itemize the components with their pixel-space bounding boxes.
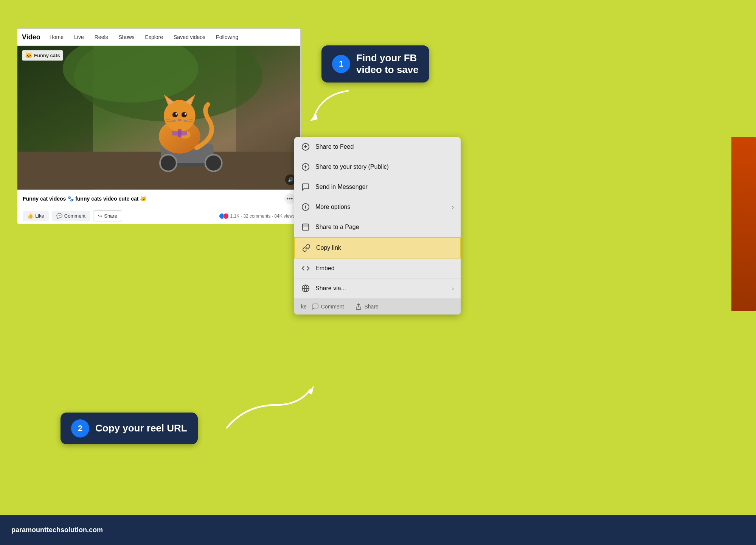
like-label: Like — [35, 213, 44, 219]
nav-shows[interactable]: Shows — [114, 32, 139, 42]
nav-title: Video — [22, 33, 40, 41]
engagement-text: 1.1K · 32 comments · 84K views — [230, 213, 295, 219]
svg-point-19 — [172, 112, 178, 117]
video-actions: 👍 Like 💬 Comment ↪ Share 1.1K · 32 comme… — [17, 208, 300, 224]
nav-saved-videos[interactable]: Saved videos — [169, 32, 210, 42]
facebook-nav: Video Home Live Reels Shows Explore Save… — [17, 29, 300, 46]
context-menu-footer: ke Comment Share — [294, 299, 461, 315]
like-icon: 👍 — [27, 213, 33, 219]
svg-rect-30 — [178, 129, 182, 137]
nav-home[interactable]: Home — [45, 32, 68, 42]
context-menu-side-accent — [731, 137, 756, 311]
step2-badge: 2 Copy your reel URL — [61, 413, 198, 444]
like-button[interactable]: 👍 Like — [23, 211, 49, 221]
more-options-chevron: › — [452, 204, 454, 210]
svg-rect-5 — [17, 152, 300, 190]
copy-link-label: Copy link — [316, 244, 341, 251]
messenger-label: Send in Messenger — [315, 184, 368, 190]
more-options-item[interactable]: More options › — [294, 197, 461, 217]
share-via-icon — [301, 284, 310, 293]
embed-item[interactable]: Embed — [294, 258, 461, 279]
messenger-icon — [301, 182, 310, 192]
svg-point-20 — [182, 112, 187, 117]
svg-rect-37 — [303, 224, 309, 230]
share-story-icon — [301, 162, 310, 171]
step1-number: 1 — [332, 55, 350, 73]
channel-name: Funny cats — [34, 53, 60, 58]
svg-point-8 — [160, 155, 177, 171]
video-thumbnail — [17, 46, 300, 190]
love-reaction-dot — [223, 213, 229, 219]
share-button[interactable]: ↪ Share — [93, 210, 122, 221]
comment-icon: 💬 — [56, 213, 62, 219]
video-info: Funny cat videos 🐾 funny cats video cute… — [17, 190, 300, 208]
svg-point-23 — [178, 119, 182, 121]
nav-explore[interactable]: Explore — [141, 32, 168, 42]
footer-comment-label: Comment — [321, 304, 344, 310]
more-options-button[interactable]: ••• — [284, 193, 295, 204]
context-menu: Share to Feed Share to your story (Publi… — [294, 137, 461, 315]
footer-website: paramounttechsolution.com — [11, 526, 103, 534]
step1-line2: video to save — [356, 64, 419, 76]
embed-label: Embed — [315, 265, 335, 272]
svg-point-9 — [205, 155, 222, 171]
share-to-feed-item[interactable]: Share to Feed — [294, 137, 461, 157]
footer-share-label: Share — [364, 304, 378, 310]
footer-like-text: ke — [301, 304, 307, 310]
svg-point-21 — [175, 113, 177, 115]
step2-number: 2 — [71, 419, 89, 438]
video-title: Funny cat videos 🐾 funny cats video cute… — [23, 196, 146, 202]
engagement-stats: 1.1K · 32 comments · 84K views — [219, 213, 295, 219]
footer-comment-button[interactable]: Comment — [312, 303, 344, 310]
embed-icon — [301, 264, 310, 273]
share-to-story-item[interactable]: Share to your story (Public) — [294, 157, 461, 177]
comment-button[interactable]: 💬 Comment — [52, 211, 90, 221]
more-options-icon — [301, 202, 310, 212]
share-icon: ↪ — [98, 213, 102, 219]
share-via-label: Share via... — [315, 285, 346, 292]
channel-logo: 🐱 Funny cats — [22, 50, 63, 61]
share-label: Share — [104, 213, 117, 219]
step1-number-text: 1 — [339, 59, 343, 69]
share-page-icon — [301, 223, 310, 232]
nav-live[interactable]: Live — [70, 32, 88, 42]
share-via-chevron: › — [452, 285, 454, 291]
share-feed-icon — [301, 142, 310, 151]
copy-link-icon — [302, 243, 311, 252]
share-page-label: Share to a Page — [315, 224, 359, 230]
facebook-video-panel: Video Home Live Reels Shows Explore Save… — [17, 28, 301, 224]
nav-reels[interactable]: Reels — [90, 32, 113, 42]
arrow1 — [306, 87, 352, 125]
svg-point-22 — [185, 113, 186, 115]
step1-text: Find your FB video to save — [356, 52, 419, 76]
share-feed-label: Share to Feed — [315, 143, 354, 150]
copy-link-item[interactable]: Copy link — [294, 237, 461, 258]
step2-text: Copy your reel URL — [95, 422, 187, 434]
share-story-label: Share to your story (Public) — [315, 164, 389, 170]
more-options-label: More options — [315, 204, 351, 210]
share-via-item[interactable]: Share via... › — [294, 279, 461, 299]
send-in-messenger-item[interactable]: Send in Messenger — [294, 177, 461, 197]
nav-following[interactable]: Following — [211, 32, 243, 42]
footer-bar: paramounttechsolution.com — [0, 515, 756, 545]
video-container: 🐱 Funny cats 🔊 — [17, 46, 300, 190]
footer-share-button[interactable]: Share — [355, 303, 378, 310]
step2-number-text: 2 — [78, 424, 82, 433]
svg-marker-31 — [310, 113, 318, 121]
arrow2 — [216, 367, 321, 435]
step1-badge: 1 Find your FB video to save — [321, 45, 429, 83]
share-to-page-item[interactable]: Share to a Page — [294, 217, 461, 237]
step1-line1: Find your FB — [356, 52, 419, 64]
comment-label: Comment — [64, 213, 85, 219]
